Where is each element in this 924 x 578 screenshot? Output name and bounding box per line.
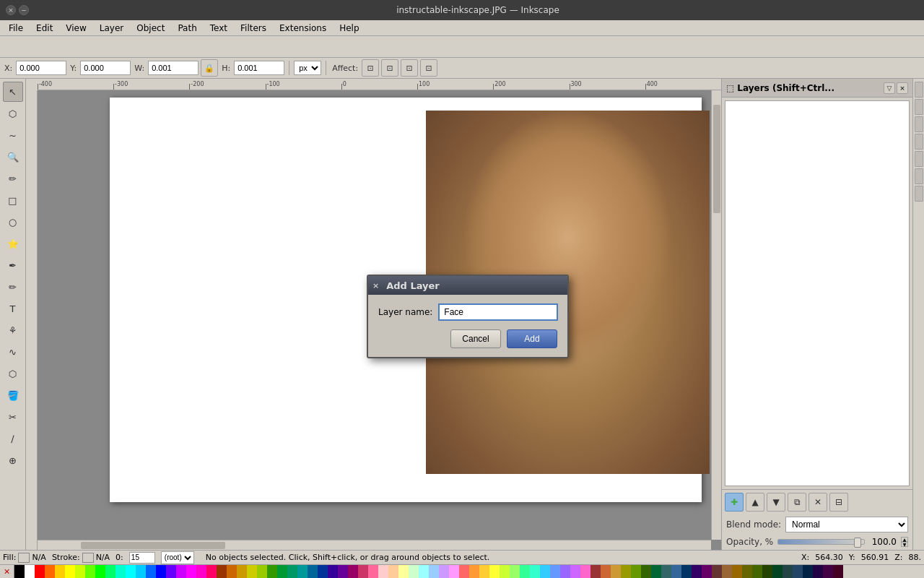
color-swatch[interactable] — [65, 565, 75, 578]
color-swatch[interactable] — [560, 565, 570, 578]
color-swatch[interactable] — [419, 565, 429, 578]
color-swatch[interactable] — [439, 565, 449, 578]
affect-btn3[interactable]: ⊡ — [401, 59, 418, 77]
side-btn-4[interactable] — [915, 134, 923, 150]
color-swatch[interactable] — [823, 565, 833, 578]
color-swatch[interactable] — [651, 565, 661, 578]
color-swatch[interactable] — [772, 565, 783, 578]
color-swatch[interactable] — [45, 565, 55, 578]
tool-btn-3[interactable]: 🔍 — [3, 147, 23, 167]
color-swatch[interactable] — [25, 565, 35, 578]
tool-btn-1[interactable]: ⬡ — [3, 103, 23, 124]
color-swatch[interactable] — [631, 565, 641, 578]
menu-item-edit[interactable]: Edit — [30, 22, 58, 35]
tool-btn-4[interactable]: ✏ — [3, 168, 23, 189]
dialog-cancel-button[interactable]: Cancel — [450, 329, 501, 348]
color-swatch[interactable] — [14, 565, 25, 578]
color-swatch[interactable] — [681, 565, 692, 578]
color-swatch[interactable] — [833, 565, 843, 578]
layers-close-btn[interactable]: × — [897, 82, 908, 94]
horizontal-scrollbar[interactable] — [38, 540, 711, 550]
color-swatch[interactable] — [671, 565, 681, 578]
color-swatch[interactable] — [540, 565, 550, 578]
vertical-scrollbar[interactable] — [711, 90, 721, 540]
hscroll-thumb[interactable] — [81, 542, 225, 549]
color-swatch[interactable] — [328, 565, 338, 578]
color-swatch[interactable] — [166, 565, 176, 578]
color-swatch[interactable] — [308, 565, 318, 578]
color-swatch[interactable] — [489, 565, 500, 578]
color-swatch[interactable] — [580, 565, 590, 578]
tool-btn-6[interactable]: ○ — [3, 212, 23, 232]
h-input[interactable] — [234, 61, 284, 75]
color-swatch[interactable] — [136, 565, 146, 578]
color-swatch[interactable] — [227, 565, 237, 578]
color-swatch[interactable] — [358, 565, 368, 578]
opacity-thumb[interactable] — [854, 538, 861, 548]
menu-item-extensions[interactable]: Extensions — [274, 22, 332, 35]
color-swatch[interactable] — [702, 565, 712, 578]
add-layer-btn[interactable]: ✚ — [725, 493, 744, 512]
color-swatch[interactable] — [742, 565, 752, 578]
blend-mode-select[interactable]: NormalMultiplyScreenOverlayDarkenLighten… — [785, 517, 908, 532]
vscroll-thumb[interactable] — [713, 105, 720, 213]
color-swatch[interactable] — [75, 565, 85, 578]
delete-layer-btn[interactable]: ✕ — [808, 493, 827, 512]
color-swatch[interactable] — [793, 565, 803, 578]
menu-item-path[interactable]: Path — [172, 22, 202, 35]
color-swatch[interactable] — [530, 565, 540, 578]
color-swatch[interactable] — [338, 565, 348, 578]
color-swatch[interactable] — [611, 565, 621, 578]
color-swatch[interactable] — [348, 565, 358, 578]
tool-btn-0[interactable]: ↖ — [3, 82, 23, 102]
opacity-up-btn[interactable]: ▲ — [901, 537, 908, 542]
color-swatch[interactable] — [257, 565, 267, 578]
color-swatch[interactable] — [762, 565, 772, 578]
color-swatch[interactable] — [661, 565, 671, 578]
color-swatch[interactable] — [469, 565, 479, 578]
side-btn-6[interactable] — [915, 168, 923, 184]
color-swatch[interactable] — [783, 565, 793, 578]
color-swatch[interactable] — [722, 565, 732, 578]
tool-btn-5[interactable]: □ — [3, 190, 23, 210]
lock-btn[interactable]: 🔒 — [201, 59, 218, 77]
minimize-button[interactable]: − — [19, 5, 29, 15]
menu-item-filters[interactable]: Filters — [235, 22, 272, 35]
color-swatch[interactable] — [318, 565, 328, 578]
color-swatch[interactable] — [217, 565, 227, 578]
color-swatch[interactable] — [277, 565, 287, 578]
layers-expand-btn[interactable]: ▽ — [884, 82, 895, 94]
color-swatch[interactable] — [550, 565, 560, 578]
color-swatch[interactable] — [126, 565, 136, 578]
tool-btn-9[interactable]: ✏ — [3, 277, 23, 297]
color-swatch[interactable] — [712, 565, 722, 578]
color-swatch[interactable] — [570, 565, 580, 578]
color-swatch[interactable] — [85, 565, 95, 578]
color-swatch[interactable] — [398, 565, 409, 578]
color-swatch[interactable] — [55, 565, 65, 578]
menu-item-text[interactable]: Text — [204, 22, 233, 35]
duplicate-layer-btn[interactable]: ⧉ — [788, 493, 806, 512]
color-swatch[interactable] — [520, 565, 530, 578]
affect-btn2[interactable]: ⊡ — [381, 59, 398, 77]
color-swatch[interactable] — [368, 565, 378, 578]
side-btn-3[interactable] — [915, 116, 923, 132]
opacity-status-input[interactable] — [129, 552, 155, 564]
dialog-name-input[interactable] — [438, 303, 558, 321]
color-swatch[interactable] — [479, 565, 489, 578]
color-swatch[interactable] — [297, 565, 308, 578]
tool-btn-14[interactable]: 🪣 — [3, 385, 23, 405]
tool-btn-2[interactable]: ~ — [3, 125, 23, 145]
move-layer-up-btn[interactable]: ▲ — [746, 493, 764, 512]
y-input[interactable] — [80, 61, 131, 75]
move-layer-down-btn[interactable]: ▼ — [767, 493, 785, 512]
tool-btn-17[interactable]: ⊕ — [3, 450, 23, 470]
color-swatch[interactable] — [590, 565, 601, 578]
color-swatch[interactable] — [621, 565, 631, 578]
menu-item-file[interactable]: File — [3, 22, 29, 35]
tool-btn-13[interactable]: ⬡ — [3, 363, 23, 384]
dialog-close-button[interactable]: × — [372, 281, 379, 290]
color-swatch[interactable] — [378, 565, 388, 578]
tool-btn-8[interactable]: ✒ — [3, 255, 23, 275]
color-swatch[interactable] — [156, 565, 166, 578]
